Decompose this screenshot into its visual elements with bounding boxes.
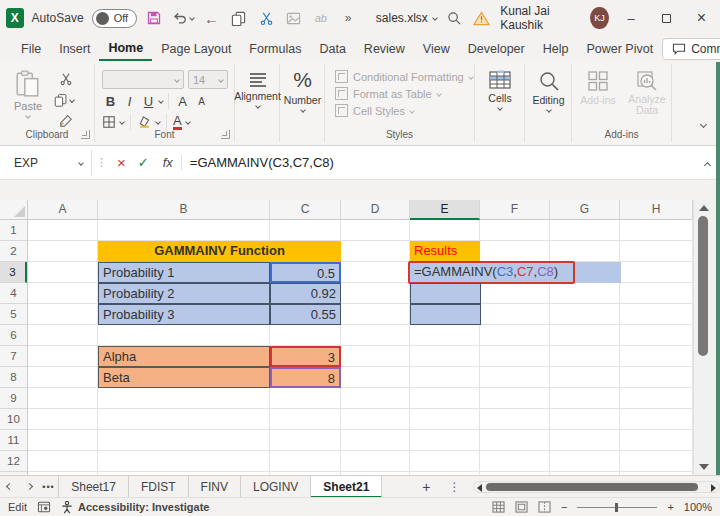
horizontal-scroll-thumb[interactable] bbox=[486, 483, 698, 491]
font-name-select[interactable] bbox=[102, 70, 184, 89]
chevron-down-icon[interactable] bbox=[158, 98, 164, 104]
copy-icon[interactable] bbox=[54, 91, 74, 109]
save-icon[interactable] bbox=[145, 7, 164, 29]
formula-input[interactable]: =GAMMAINV(C3,C7,C8) bbox=[182, 155, 695, 170]
picture-icon[interactable] bbox=[284, 7, 303, 29]
chevron-down-icon[interactable] bbox=[155, 119, 161, 125]
number-button[interactable]: % Number bbox=[282, 68, 323, 112]
clipboard-dialog-launcher-icon[interactable] bbox=[81, 130, 90, 139]
tab-review[interactable]: Review bbox=[355, 38, 414, 60]
sheet-tab-sheet17[interactable]: Sheet17 bbox=[58, 476, 129, 498]
cell-c4[interactable]: 0.92 bbox=[270, 283, 341, 304]
conditional-formatting-button[interactable]: Conditional Formatting bbox=[335, 70, 473, 83]
close-button[interactable]: × bbox=[689, 5, 714, 31]
grow-font-button[interactable]: A bbox=[174, 94, 191, 109]
ribbon-collapse-icon[interactable] bbox=[701, 113, 706, 131]
column-header-g[interactable]: G bbox=[550, 200, 620, 220]
font-size-select[interactable]: 14 bbox=[188, 70, 228, 89]
zoom-level[interactable]: 100% bbox=[684, 501, 712, 513]
cut-icon[interactable] bbox=[56, 70, 76, 88]
column-header-b[interactable]: B bbox=[98, 200, 270, 220]
underline-button[interactable]: U bbox=[140, 94, 157, 109]
format-painter-icon[interactable] bbox=[56, 112, 76, 130]
formula-bar-grip-icon[interactable]: ⋮ bbox=[92, 156, 111, 169]
cell-b3[interactable]: Probability 1 bbox=[98, 262, 270, 283]
normal-view-icon[interactable] bbox=[492, 501, 505, 513]
select-all-corner[interactable] bbox=[0, 200, 28, 220]
cell-b4[interactable]: Probability 2 bbox=[98, 283, 270, 304]
undo-icon[interactable] bbox=[172, 7, 194, 29]
cell-e5[interactable] bbox=[410, 304, 481, 325]
cell-b5[interactable]: Probability 3 bbox=[98, 304, 270, 325]
analyze-data-button[interactable]: Analyze Data bbox=[624, 70, 670, 116]
tab-data[interactable]: Data bbox=[310, 38, 354, 60]
sheet-tab-menu-icon[interactable]: ⋮ bbox=[443, 480, 467, 494]
addins-button[interactable]: Add-ins bbox=[576, 70, 620, 106]
sheet-tab-sheet21[interactable]: Sheet21 bbox=[311, 476, 382, 498]
fill-color-icon[interactable] bbox=[137, 115, 152, 129]
row-header-3[interactable]: 3 bbox=[0, 262, 27, 283]
vertical-scrollbar[interactable] bbox=[693, 200, 712, 475]
zoom-in-button[interactable]: + bbox=[667, 501, 673, 513]
tab-insert[interactable]: Insert bbox=[50, 38, 99, 60]
shrink-font-button[interactable]: A bbox=[193, 96, 210, 107]
tab-home[interactable]: Home bbox=[99, 37, 152, 61]
column-header-e[interactable]: E bbox=[410, 200, 480, 220]
scroll-up-icon[interactable] bbox=[699, 205, 709, 211]
page-layout-view-icon[interactable] bbox=[515, 501, 528, 513]
back-arrow-icon[interactable]: ← bbox=[202, 7, 221, 29]
tab-page-layout[interactable]: Page Layout bbox=[152, 38, 240, 60]
cell-b8[interactable]: Beta bbox=[98, 367, 270, 388]
row-header-9[interactable]: 9 bbox=[0, 388, 27, 409]
row-header-7[interactable]: 7 bbox=[0, 346, 27, 367]
column-header-c[interactable]: C bbox=[270, 200, 341, 220]
cell-e4[interactable] bbox=[410, 283, 481, 304]
sheet-list-ellipsis[interactable]: ••• bbox=[39, 482, 58, 492]
vertical-scroll-thumb[interactable] bbox=[698, 216, 708, 356]
chevron-down-icon[interactable] bbox=[185, 119, 191, 125]
sheet-tab-loginv[interactable]: LOGINV bbox=[241, 476, 311, 498]
macro-record-icon[interactable] bbox=[37, 501, 51, 513]
zoom-slider[interactable] bbox=[577, 507, 657, 508]
repeat-icon[interactable]: ab bbox=[311, 7, 330, 29]
cancel-button[interactable]: × bbox=[111, 154, 132, 171]
cell-styles-button[interactable]: Cell Styles bbox=[335, 104, 473, 117]
row-header-12[interactable]: 12 bbox=[0, 451, 27, 472]
editing-button[interactable]: Editing bbox=[527, 70, 570, 112]
paste-button[interactable]: Paste bbox=[14, 70, 42, 118]
row-header-6[interactable]: 6 bbox=[0, 325, 27, 346]
scroll-left-icon[interactable] bbox=[477, 484, 482, 492]
cut-icon[interactable] bbox=[257, 7, 276, 29]
cell-e2-results[interactable]: Results bbox=[410, 241, 480, 262]
row-header-2[interactable]: 2 bbox=[0, 241, 27, 262]
sheet-nav-left-icon[interactable] bbox=[0, 484, 19, 489]
horizontal-scrollbar[interactable] bbox=[473, 481, 720, 493]
enter-button[interactable]: ✓ bbox=[132, 155, 155, 170]
scroll-down-icon[interactable] bbox=[699, 464, 709, 470]
row-header-10[interactable]: 10 bbox=[0, 409, 27, 430]
accessibility-status[interactable]: Accessibility: Investigate bbox=[61, 501, 209, 514]
tab-help[interactable]: Help bbox=[534, 38, 578, 60]
user-name[interactable]: Kunal Jai Kaushik bbox=[500, 4, 580, 32]
page-break-view-icon[interactable] bbox=[538, 501, 551, 513]
scroll-right-icon[interactable] bbox=[711, 484, 716, 492]
avatar[interactable]: KJ bbox=[590, 7, 608, 29]
row-header-5[interactable]: 5 bbox=[0, 304, 27, 325]
borders-icon[interactable] bbox=[102, 115, 116, 129]
cell-c5[interactable]: 0.55 bbox=[270, 304, 341, 325]
search-icon[interactable] bbox=[445, 7, 463, 29]
maximize-button[interactable] bbox=[654, 5, 679, 31]
minimize-button[interactable]: – bbox=[619, 5, 644, 31]
document-title[interactable]: sales.xlsx bbox=[376, 11, 437, 25]
column-header-h[interactable]: H bbox=[620, 200, 693, 220]
alignment-button[interactable]: Alignment bbox=[237, 72, 278, 108]
sheet-tab-fdist[interactable]: FDIST bbox=[129, 476, 189, 498]
bold-button[interactable]: B bbox=[102, 94, 119, 109]
zoom-out-button[interactable]: − bbox=[561, 501, 567, 513]
sheet-tab-finv[interactable]: FINV bbox=[189, 476, 241, 498]
column-header-f[interactable]: F bbox=[480, 200, 550, 220]
tab-view[interactable]: View bbox=[414, 38, 459, 60]
grid-body[interactable]: GAMMAINV Function Results Probability 1 … bbox=[28, 220, 693, 475]
column-header-d[interactable]: D bbox=[341, 200, 410, 220]
name-box[interactable]: EXP bbox=[6, 150, 92, 176]
